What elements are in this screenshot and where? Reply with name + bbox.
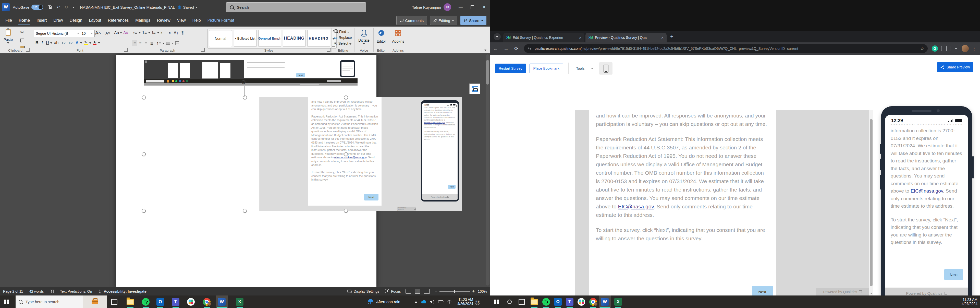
- phone-next-button[interactable]: Next: [944, 269, 963, 280]
- read-mode-view-icon[interactable]: [406, 289, 411, 294]
- style-heading[interactable]: HEADING: [307, 30, 330, 47]
- web-layout-view-icon[interactable]: [424, 289, 430, 294]
- survey-next-button[interactable]: Next: [752, 286, 773, 295]
- scroll-down-arrow-icon[interactable]: [870, 293, 872, 294]
- taskbar-teams[interactable]: T: [169, 295, 182, 308]
- tab-references[interactable]: References: [104, 14, 132, 27]
- cut-icon[interactable]: ✂: [19, 29, 27, 35]
- bookmark-star-icon[interactable]: ☆: [920, 46, 924, 51]
- shading-icon[interactable]: [165, 41, 172, 45]
- undo-icon[interactable]: ↶: [57, 5, 60, 10]
- clear-formatting-icon[interactable]: A◊: [122, 30, 129, 36]
- chrome-menu-kebab-icon[interactable]: ⋮: [972, 46, 977, 51]
- tab-picture-format[interactable]: Picture Format: [204, 14, 238, 27]
- selected-picture-qualtrics-preview[interactable]: and how it can be improved. All response…: [260, 97, 462, 211]
- share-button[interactable]: Share: [460, 16, 487, 25]
- selection-handle-bottom-right[interactable]: [344, 209, 348, 213]
- collapse-ribbon-icon[interactable]: [484, 49, 487, 51]
- borders-icon[interactable]: [174, 41, 180, 46]
- numbered-list-button[interactable]: 1≡: [141, 30, 148, 36]
- word-vertical-scrollbar[interactable]: [486, 54, 490, 286]
- style-normal[interactable]: Normal: [209, 30, 232, 47]
- sort-icon[interactable]: A↓: [172, 30, 180, 36]
- font-name-select[interactable]: Segoe UI Historic (B: [34, 30, 81, 37]
- taskbar-search-button[interactable]: [503, 295, 515, 308]
- status-page-number[interactable]: Page 2 of 11: [3, 289, 23, 294]
- selection-handle-mid-right[interactable]: [344, 152, 348, 156]
- taskbar-outlook[interactable]: O: [154, 295, 166, 308]
- status-word-count[interactable]: 42 words: [29, 289, 44, 294]
- new-tab-button[interactable]: +: [670, 33, 673, 40]
- quick-access-chevron-icon[interactable]: [73, 6, 75, 8]
- share-preview-button[interactable]: Share Preview: [937, 62, 974, 72]
- word-search-box[interactable]: [226, 2, 366, 12]
- selection-handle-top-left[interactable]: [142, 96, 146, 99]
- tab-design[interactable]: Design: [66, 14, 86, 27]
- word-app-icon[interactable]: W: [2, 3, 10, 11]
- comments-button[interactable]: Comments: [396, 16, 427, 25]
- tab-insert[interactable]: Insert: [33, 14, 50, 27]
- paste-button[interactable]: Paste: [3, 29, 13, 44]
- justify-button[interactable]: ≣: [149, 40, 155, 46]
- browser-profile-avatar[interactable]: [962, 45, 969, 52]
- restart-survey-button[interactable]: Restart Survey: [495, 64, 526, 73]
- shrink-font-icon[interactable]: A˅: [104, 30, 111, 36]
- underline-button[interactable]: U: [45, 40, 50, 46]
- preview-scrollbar-thumb[interactable]: [870, 119, 873, 286]
- tab-draw[interactable]: Draw: [50, 14, 66, 27]
- taskbar-clock-right[interactable]: 11:23 AM 4/26/2024: [954, 297, 977, 306]
- proofing-icon[interactable]: [50, 289, 54, 294]
- tab-preview-survey-active[interactable]: XM Preview - Qualtrics Survey | Qua ×: [585, 33, 667, 42]
- back-icon[interactable]: ←: [493, 46, 498, 52]
- superscript-button[interactable]: x2: [67, 40, 74, 46]
- tab-home[interactable]: Home: [15, 14, 33, 27]
- align-right-button[interactable]: ≡: [143, 40, 148, 46]
- save-icon[interactable]: [48, 5, 52, 10]
- taskbar-file-explorer-right[interactable]: [528, 295, 541, 308]
- survey-email-link[interactable]: EIC@nasa.gov: [618, 204, 654, 209]
- taskbar-spotify-right[interactable]: [540, 295, 552, 308]
- selection-handle-bottom-center[interactable]: [243, 209, 247, 213]
- start-button[interactable]: [0, 295, 13, 308]
- zoom-in-button[interactable]: +: [472, 289, 475, 294]
- address-bar[interactable]: pacificresearch.qualtrics.com /jfe/previ…: [524, 44, 928, 53]
- zoom-out-button[interactable]: −: [435, 289, 438, 294]
- mobile-view-toggle[interactable]: [599, 62, 612, 75]
- print-layout-view-icon[interactable]: [415, 289, 420, 294]
- selection-handle-bottom-left[interactable]: [142, 209, 146, 213]
- font-color-button[interactable]: A: [92, 40, 98, 45]
- downloads-icon[interactable]: [953, 46, 959, 51]
- word-scrollbar-thumb[interactable]: [486, 60, 489, 85]
- close-button[interactable]: ×: [478, 0, 490, 14]
- user-name[interactable]: Taline Kuyumjian: [412, 5, 441, 10]
- extension-icon[interactable]: [941, 46, 947, 51]
- find-button[interactable]: Find: [334, 29, 352, 34]
- taskbar-slack-right[interactable]: [575, 295, 587, 308]
- restore-button[interactable]: [466, 0, 478, 14]
- strikethrough-button[interactable]: ab: [52, 40, 60, 46]
- battery-icon[interactable]: [438, 300, 443, 303]
- tab-view[interactable]: View: [173, 14, 189, 27]
- taskbar-word-right-active[interactable]: W: [599, 295, 611, 308]
- taskbar-teams-right[interactable]: T: [563, 295, 576, 308]
- search-input[interactable]: [236, 5, 362, 10]
- text-effects-icon[interactable]: A: [74, 40, 80, 46]
- taskbar-file-explorer[interactable]: [124, 295, 137, 308]
- italic-button[interactable]: I: [40, 40, 44, 46]
- style-bulleted-list[interactable]: • Bulleted List: [234, 30, 257, 47]
- replace-button[interactable]: abReplace: [334, 35, 352, 40]
- style-heading-underlined[interactable]: HEADING: [283, 30, 306, 47]
- status-text-predictions[interactable]: Text Predictions: On: [60, 289, 92, 294]
- tab-close-icon[interactable]: ×: [579, 35, 581, 40]
- start-button-right[interactable]: [490, 295, 503, 308]
- styles-dialog-launcher[interactable]: [327, 48, 331, 52]
- multilevel-list-button[interactable]: ⁝≡: [151, 30, 157, 36]
- autosave-toggle[interactable]: On: [32, 5, 43, 10]
- site-info-icon[interactable]: [528, 46, 531, 51]
- weather-widget[interactable]: Afternoon rain: [368, 295, 400, 308]
- bold-button[interactable]: B: [34, 40, 40, 46]
- highlight-color-button[interactable]: ✎: [83, 41, 89, 45]
- editor-button[interactable]: Editor: [374, 30, 389, 43]
- onedrive-icon[interactable]: [421, 300, 426, 304]
- editing-mode-button[interactable]: Editing: [430, 16, 457, 25]
